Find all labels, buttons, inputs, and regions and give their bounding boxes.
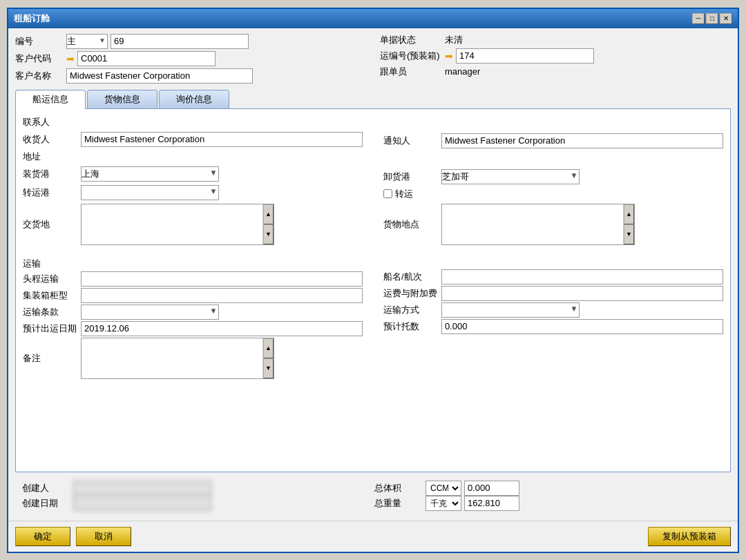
chuangjianren-row: 创建人 (22, 481, 372, 496)
zongliang-unit-select[interactable]: 千克 (425, 496, 461, 511)
yunbianhao-label: 运编号(预装箱) (380, 50, 442, 62)
yunshutk-row: 运输条款 ▼ (23, 305, 363, 320)
zhuanyun-checkbox-label: 转运 (395, 188, 450, 200)
tongzhiren-row: 通知人 (383, 133, 723, 148)
main-content: 编号 主 ▼ 客户代码 ➡ 客户名称 (8, 28, 738, 521)
jiaohuodi-textarea[interactable] (82, 204, 262, 244)
zongtinji-row: 总体积 CCM (374, 481, 724, 496)
gendan-value: manager (445, 66, 480, 77)
zongliang-row: 总重量 千克 (374, 496, 724, 511)
tab-cargo[interactable]: 货物信息 (87, 90, 157, 108)
close-button[interactable]: ✕ (720, 13, 732, 24)
beizhu-scroll-up[interactable]: ▲ (263, 338, 274, 358)
tab-inquiry[interactable]: 询价信息 (159, 90, 229, 108)
jianzhuang-input[interactable] (81, 288, 363, 303)
zhuanyun-checkbox[interactable] (383, 189, 392, 198)
zhuanyungang-row: 转运港 ▼ (23, 185, 363, 200)
huowudidian-textarea[interactable] (442, 204, 623, 244)
jiaohuodi-scroll-down[interactable]: ▼ (263, 224, 274, 244)
zongliang-label: 总重量 (374, 497, 423, 510)
right-header: 单据状态 未清 运编号(预装箱) ➡ 跟单员 manager (380, 34, 731, 86)
xiehuogang-select[interactable]: 芝加哥 (441, 169, 580, 184)
dizhi-row: 地址 (23, 151, 363, 163)
zhuanyungang-select[interactable] (81, 185, 219, 200)
xiehuogang-label: 卸货港 (383, 171, 439, 183)
yunshufangshi-select[interactable] (441, 302, 580, 318)
yunshulabel-row: 运输 (23, 255, 363, 270)
bianhao-type-select[interactable]: 主 (66, 34, 108, 49)
gendan-row: 跟单员 manager (380, 66, 731, 78)
yunfei-label: 运费与附加费 (383, 287, 439, 300)
chuanming-input[interactable] (441, 269, 723, 284)
title-bar: 租船订舱 ─ □ ✕ (8, 9, 738, 28)
tongzhiren-input[interactable] (441, 133, 723, 148)
toucheng-label: 头程运输 (23, 273, 78, 285)
kehu-code-label: 客户代码 (15, 52, 64, 65)
action-buttons-row: 确定 取消 复制从预装箱 (8, 521, 738, 552)
left-header: 编号 主 ▼ 客户代码 ➡ 客户名称 (15, 34, 366, 86)
kehu-name-row: 客户名称 (15, 68, 366, 84)
minimize-button[interactable]: ─ (692, 13, 705, 24)
left-column: 联系人 收货人 地址 装货港 (23, 116, 363, 247)
tab-shipping[interactable]: 船运信息 (15, 90, 86, 109)
bottom-right: 总体积 CCM 总重量 千克 (374, 481, 724, 511)
tabs-header: 船运信息 货物信息 询价信息 (15, 90, 731, 108)
beizhu-textarea-wrapper: ▲ ▼ (81, 338, 274, 379)
chuangjianriqi-row: 创建日期 (22, 496, 372, 511)
kehu-code-row: 客户代码 ➡ (15, 51, 366, 66)
yunshufangshi-row: 运输方式 ▼ (383, 302, 723, 318)
kehu-name-input[interactable] (66, 68, 253, 84)
cancel-button[interactable]: 取消 (76, 527, 131, 546)
shouhuo-input[interactable] (81, 132, 363, 147)
yunbianhao-input[interactable] (456, 48, 594, 64)
zhuanghuo-select[interactable]: 上海 (81, 166, 219, 182)
kehu-code-arrow-icon: ➡ (66, 53, 75, 64)
bottom-left: 创建人 创建日期 (22, 481, 372, 511)
kehu-code-input[interactable] (77, 51, 216, 66)
jiaohuodi-scrollbar: ▲ ▼ (262, 204, 274, 244)
jiaohuodi-scroll-up[interactable]: ▲ (263, 204, 274, 224)
shipping-grid: 联系人 收货人 地址 装货港 (23, 116, 723, 247)
yunbianhao-row: 运编号(预装箱) ➡ (380, 48, 731, 64)
danju-status-value: 未清 (445, 34, 463, 46)
window-title: 租船订舱 (14, 12, 50, 25)
yunshulabel: 运输 (23, 258, 41, 270)
maximize-button[interactable]: □ (706, 13, 718, 24)
main-window: 租船订舱 ─ □ ✕ 编号 主 ▼ (7, 8, 739, 553)
beizhu-scroll-down[interactable]: ▼ (263, 358, 274, 378)
chuanming-spacer (383, 258, 386, 268)
yunfei-input[interactable] (441, 286, 723, 301)
yunfei-row: 运费与附加费 (383, 286, 723, 301)
chuangjianriqi-value (73, 496, 211, 511)
yujituoshu-input[interactable] (441, 319, 723, 334)
yujicr-input[interactable] (81, 321, 363, 336)
huowudidian-scroll-up[interactable]: ▲ (624, 204, 634, 224)
huowudidian-scroll-down[interactable]: ▼ (624, 224, 634, 244)
zongliang-value-input[interactable] (464, 496, 519, 511)
lianxiren-row: 联系人 (23, 116, 363, 128)
zhuanyungang-label: 转运港 (23, 186, 78, 199)
zongtinji-unit-select[interactable]: CCM (425, 481, 461, 496)
toucheng-input[interactable] (81, 271, 363, 287)
tabs-container: 船运信息 货物信息 询价信息 联系人 收货人 (15, 90, 731, 472)
confirm-button[interactable]: 确定 (15, 527, 70, 546)
tab-content-shipping: 联系人 收货人 地址 装货港 (15, 108, 731, 472)
shouhuo-label: 收货人 (23, 133, 78, 146)
chuangjianren-value (73, 481, 211, 496)
bianhao-value-input[interactable] (111, 34, 249, 49)
gendan-label: 跟单员 (380, 66, 442, 78)
copy-from-prebox-button[interactable]: 复制从预装箱 (648, 527, 731, 546)
beizhu-textarea[interactable] (82, 338, 262, 378)
yujicr-label: 预计出运日期 (23, 322, 78, 335)
zongtinji-value-input[interactable] (464, 481, 519, 496)
jianzhuang-row: 集装箱柜型 (23, 288, 363, 303)
kehu-name-label: 客户名称 (15, 70, 64, 82)
spacer2 (383, 152, 723, 167)
transport-section: 运输 头程运输 集装箱柜型 运输条款 (23, 255, 723, 380)
bianhao-label: 编号 (15, 35, 64, 48)
yunbianhao-arrow-icon: ➡ (445, 50, 453, 61)
beizhu-scrollbar: ▲ ▼ (262, 338, 274, 378)
chuanming-label: 船名/航次 (383, 271, 439, 283)
yujituoshu-row: 预计托数 (383, 319, 723, 334)
yunshutk-select[interactable] (81, 305, 219, 320)
